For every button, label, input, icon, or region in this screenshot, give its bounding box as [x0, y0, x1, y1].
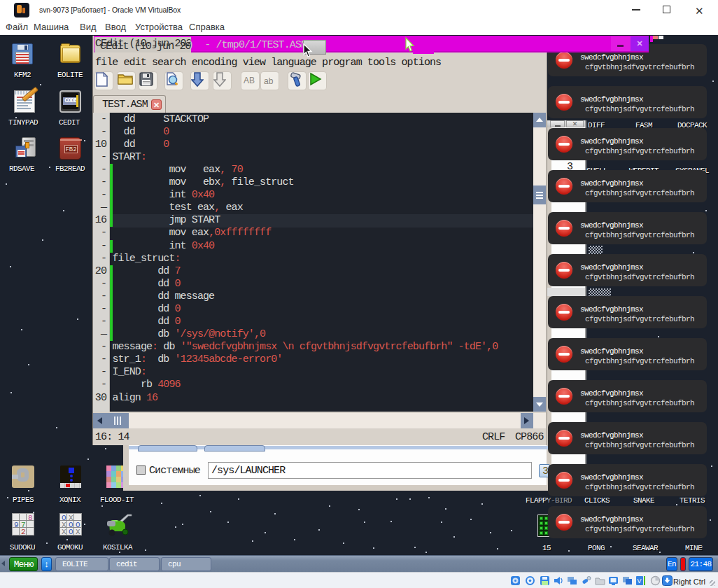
svg-text:V: V	[638, 578, 642, 584]
